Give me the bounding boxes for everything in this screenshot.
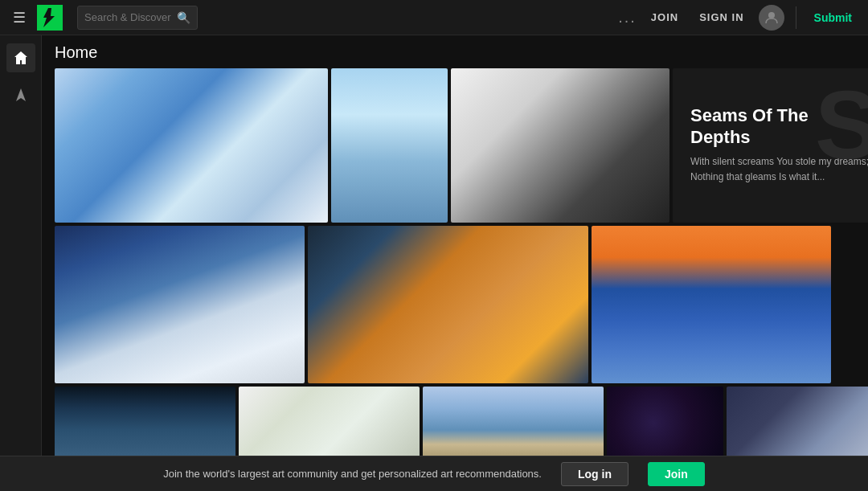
svg-point-2 [768,12,775,18]
featured-artwork-tile[interactable]: S Seams Of The Depths With silent scream… [673,68,868,223]
artwork-tile-creature[interactable] [607,387,723,459]
artwork-tile-snake[interactable] [451,68,669,223]
artwork-tile-whale[interactable] [55,387,235,459]
user-avatar[interactable] [759,5,784,31]
artwork-tile-columns[interactable] [423,387,604,459]
join-cta-button[interactable]: Join [648,462,705,486]
gallery-row-1: S Seams Of The Depths With silent scream… [55,68,855,223]
svg-marker-3 [16,88,26,101]
artwork-tile-arch[interactable] [55,68,328,223]
sidebar [0,35,42,491]
artwork-tile-anime-girl[interactable] [55,226,305,383]
join-button[interactable]: JOIN [645,11,685,23]
artwork-tile-tiger[interactable] [308,226,588,383]
search-input[interactable] [84,11,177,23]
sign-in-button[interactable]: SIGN IN [693,11,750,23]
deviantart-logo[interactable] [37,5,63,31]
nav-divider [796,6,796,29]
bottom-bar: Join the world's largest art community a… [0,456,868,491]
artwork-tile-boats[interactable] [592,226,831,383]
main-content: Home S Seams Of The Depths With silent s… [42,35,868,491]
gallery-row-3 [55,387,855,459]
page-title: Home [55,43,855,62]
submit-button[interactable]: Submit [808,11,858,24]
login-button[interactable]: Log in [561,462,628,486]
search-bar[interactable]: 🔍 [77,6,198,30]
artwork-tile-anime2[interactable] [727,387,868,459]
page-title-bar: Home [42,35,868,68]
more-options[interactable]: ... [618,8,637,27]
bottom-message: Join the world's largest art community a… [163,468,542,480]
navbar: ☰ 🔍 ... JOIN SIGN IN Submit [0,0,868,35]
sidebar-item-explore[interactable] [6,80,35,109]
artwork-tile-figure[interactable] [331,68,448,223]
artwork-tile-flowers[interactable] [239,387,420,459]
sidebar-item-home[interactable] [6,43,35,72]
hamburger-menu[interactable]: ☰ [10,6,29,30]
gallery-row-2 [55,226,855,383]
featured-big-letter: S [815,76,868,173]
search-icon: 🔍 [177,11,190,24]
gallery: S Seams Of The Depths With silent scream… [42,68,868,459]
